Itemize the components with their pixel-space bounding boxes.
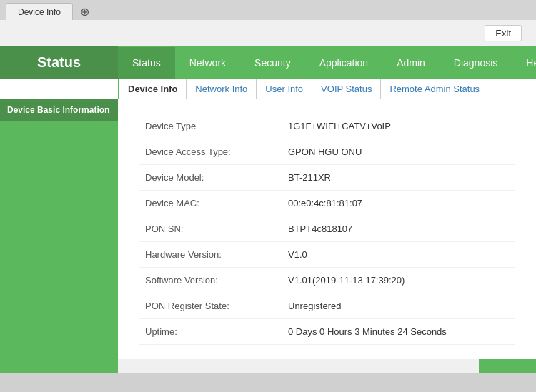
- field-label: Software Version:: [139, 268, 282, 293]
- nav-item-application[interactable]: Application: [305, 47, 383, 79]
- field-label: Device Access Type:: [139, 139, 282, 165]
- nav-item-network[interactable]: Network: [175, 47, 240, 79]
- device-info-table: Device Type 1G1F+WIFI+CATV+VoIP Device A…: [139, 114, 515, 345]
- field-label: Device Model:: [139, 165, 282, 191]
- nav-item-admin[interactable]: Admin: [382, 47, 440, 79]
- table-row: Uptime: 0 Days 0 Hours 3 Minutes 24 Seco…: [139, 319, 515, 345]
- table-row: Device Type 1G1F+WIFI+CATV+VoIP: [139, 114, 515, 139]
- table-row: Software Version: V1.01(2019-11-13 17:39…: [139, 268, 515, 293]
- subnav-network-info[interactable]: Network Info: [186, 79, 256, 99]
- field-value: V1.0: [282, 242, 515, 268]
- field-label: Device MAC:: [139, 191, 282, 216]
- field-value: BTPT4c818107: [282, 216, 515, 242]
- table-row: Device MAC: 00:e0:4c:81:81:07: [139, 191, 515, 216]
- field-label: PON SN:: [139, 216, 282, 242]
- table-row: Hardware Version: V1.0: [139, 242, 515, 268]
- field-label: Hardware Version:: [139, 242, 282, 268]
- top-header: Exit: [0, 20, 536, 46]
- add-tab-button[interactable]: ⊕: [76, 3, 93, 20]
- field-value: V1.01(2019-11-13 17:39:20): [282, 268, 515, 293]
- nav-item-help[interactable]: Help: [512, 47, 536, 79]
- nav-item-status[interactable]: Status: [118, 47, 175, 79]
- tab-bar: Device Info ⊕: [0, 0, 536, 20]
- sidebar-header: Device Basic Information: [0, 99, 118, 121]
- subnav-voip-status[interactable]: VOIP Status: [312, 79, 380, 99]
- field-label: Device Type: [139, 114, 282, 139]
- subnav-remote-admin[interactable]: Remote Admin Status: [380, 79, 488, 99]
- nav-item-security[interactable]: Security: [240, 47, 305, 79]
- table-row: Device Model: BT-211XR: [139, 165, 515, 191]
- table-row: PON Register State: Unregistered: [139, 293, 515, 319]
- footer-middle: [118, 359, 479, 373]
- table-row: Device Access Type: GPON HGU ONU: [139, 139, 515, 165]
- main-content: Device Type 1G1F+WIFI+CATV+VoIP Device A…: [118, 99, 536, 359]
- footer-right: [479, 359, 536, 373]
- subnav-user-info[interactable]: User Info: [256, 79, 312, 99]
- field-label: Uptime:: [139, 319, 282, 345]
- nav-item-diagnosis[interactable]: Diagnosis: [440, 47, 512, 79]
- field-value: GPON HGU ONU: [282, 139, 515, 165]
- field-value: Unregistered: [282, 293, 515, 319]
- table-row: PON SN: BTPT4c818107: [139, 216, 515, 242]
- footer-left: [0, 359, 118, 373]
- field-value: 1G1F+WIFI+CATV+VoIP: [282, 114, 515, 139]
- main-nav: Status Status Network Security Applicati…: [0, 46, 536, 79]
- page-wrapper: Exit Status Status Network Security Appl…: [0, 20, 536, 373]
- field-label: PON Register State:: [139, 293, 282, 319]
- nav-menu: Status Network Security Application Admi…: [118, 47, 536, 79]
- field-value: 00:e0:4c:81:81:07: [282, 191, 515, 216]
- sub-nav: Device Info Network Info User Info VOIP …: [0, 79, 536, 99]
- field-value: 0 Days 0 Hours 3 Minutes 24 Seconds: [282, 319, 515, 345]
- subnav-device-info[interactable]: Device Info: [118, 79, 186, 99]
- sidebar: Device Basic Information: [0, 99, 118, 359]
- brand-logo: Status: [0, 46, 118, 79]
- browser-tab[interactable]: Device Info: [6, 3, 73, 20]
- field-value: BT-211XR: [282, 165, 515, 191]
- footer-bar: [0, 359, 536, 373]
- exit-button[interactable]: Exit: [485, 25, 522, 41]
- tab-label: Device Info: [18, 7, 61, 17]
- content-wrapper: Device Basic Information Device Type 1G1…: [0, 99, 536, 359]
